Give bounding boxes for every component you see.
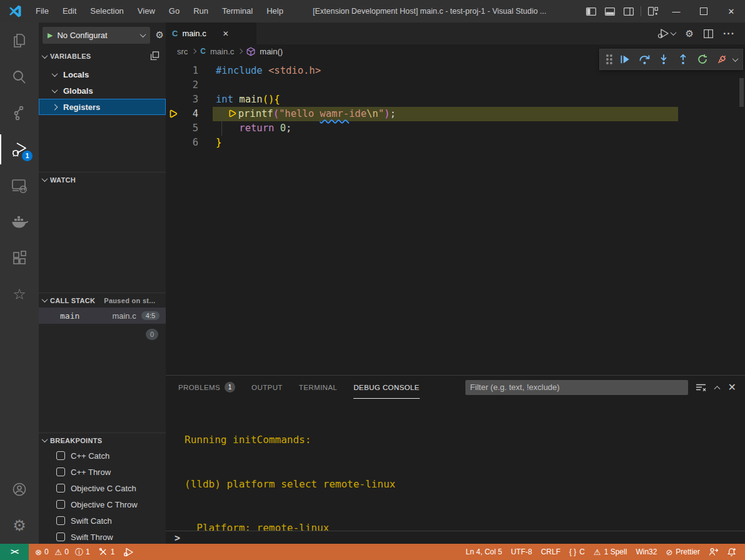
- maximize-button[interactable]: [690, 0, 717, 22]
- step-out-button[interactable]: [676, 52, 690, 66]
- activity-source-control[interactable]: [0, 95, 39, 131]
- configure-gear-icon[interactable]: ⚙: [156, 30, 164, 39]
- variables-scope-registers[interactable]: Registers: [39, 99, 166, 115]
- chevron-down-icon[interactable]: [732, 56, 739, 62]
- checkbox-unchecked[interactable]: [56, 500, 65, 509]
- menu-run[interactable]: Run: [186, 0, 215, 22]
- tools-count: 1: [111, 548, 115, 556]
- toggle-panel-icon[interactable]: [601, 0, 619, 22]
- platform-status[interactable]: Win32: [636, 548, 657, 556]
- breakpoint-objc-catch[interactable]: Objective C Catch: [39, 480, 166, 496]
- tab-close-icon[interactable]: ✕: [223, 29, 229, 38]
- tab-output[interactable]: OUTPUT: [251, 376, 283, 399]
- toggle-secondary-sidebar-icon[interactable]: [619, 0, 638, 22]
- debug-stackframe-gutter[interactable]: [166, 107, 183, 121]
- tab-problems[interactable]: PROBLEMS 1: [178, 376, 235, 399]
- cursor-position[interactable]: Ln 4, Col 5: [466, 548, 502, 556]
- toggle-sidebar-icon[interactable]: [582, 0, 601, 22]
- breakpoint-swift-throw[interactable]: Swift Throw: [39, 529, 166, 545]
- activity-remote-explorer[interactable]: [0, 168, 39, 204]
- activity-accounts[interactable]: [0, 471, 39, 508]
- split-editor-icon[interactable]: [704, 29, 713, 38]
- activity-search[interactable]: [0, 59, 39, 95]
- editor-settings-gear-icon[interactable]: ⚙: [686, 29, 694, 38]
- tab-debug-console[interactable]: DEBUG CONSOLE: [353, 376, 420, 399]
- menu-help[interactable]: Help: [260, 0, 290, 22]
- breakpoint-cpp-throw[interactable]: C++ Throw: [39, 464, 166, 480]
- activity-settings[interactable]: ⚙: [0, 508, 39, 544]
- callstack-section-header[interactable]: CALL STACK Paused on st...: [39, 292, 166, 308]
- breakpoint-gutter[interactable]: [166, 78, 183, 92]
- spell-checker-status[interactable]: ⚠ 1 Spell: [594, 548, 627, 556]
- breakpoint-objc-throw[interactable]: Objective C Throw: [39, 496, 166, 512]
- checkbox-unchecked[interactable]: [56, 451, 65, 460]
- breakpoint-label: C++ Throw: [71, 468, 111, 477]
- breakpoint-gutter[interactable]: [166, 64, 183, 78]
- maximize-panel-icon[interactable]: [714, 386, 720, 392]
- restart-button[interactable]: [696, 52, 709, 66]
- checkbox-unchecked[interactable]: [56, 532, 65, 541]
- breakpoint-gutter[interactable]: [166, 136, 183, 150]
- variables-scope-globals[interactable]: Globals: [39, 82, 166, 99]
- stack-frame-row[interactable]: main main.c 4:5: [39, 308, 166, 324]
- console-filter-input[interactable]: [465, 380, 688, 395]
- eol-status[interactable]: CRLF: [541, 548, 560, 556]
- menu-terminal[interactable]: Terminal: [215, 0, 260, 22]
- breakpoints-section-header[interactable]: BREAKPOINTS: [39, 432, 166, 448]
- console-input-row[interactable]: >: [166, 531, 745, 544]
- activity-docker[interactable]: [0, 204, 39, 240]
- minimize-button[interactable]: —: [662, 0, 690, 22]
- tab-main-c[interactable]: C main.c ✕: [166, 22, 256, 44]
- breadcrumb-file[interactable]: main.c: [210, 47, 234, 56]
- breakpoint-cpp-catch[interactable]: C++ Catch: [39, 448, 166, 464]
- toolbar-drag-handle[interactable]: [606, 58, 609, 61]
- checkbox-unchecked[interactable]: [56, 468, 65, 476]
- variables-section-header[interactable]: VARIABLES: [39, 49, 166, 64]
- checkbox-unchecked[interactable]: [56, 516, 65, 525]
- menu-edit[interactable]: Edit: [56, 0, 83, 22]
- breadcrumb-symbol[interactable]: main(): [260, 47, 283, 56]
- breakpoint-swift-catch[interactable]: Swift Catch: [39, 512, 166, 529]
- clear-console-icon[interactable]: [696, 383, 706, 392]
- menu-selection[interactable]: Selection: [83, 0, 130, 22]
- breakpoint-gutter[interactable]: [166, 121, 183, 136]
- tab-terminal[interactable]: TERMINAL: [299, 376, 337, 399]
- breadcrumb-folder[interactable]: src: [177, 47, 188, 56]
- debug-status[interactable]: [123, 548, 134, 557]
- customize-layout-icon[interactable]: [644, 0, 662, 22]
- copy-value-icon[interactable]: [150, 51, 160, 61]
- step-into-button[interactable]: [657, 52, 671, 66]
- continue-button[interactable]: [618, 52, 632, 66]
- launch-config-dropdown[interactable]: ▶ No Configurat: [43, 27, 150, 44]
- close-panel-icon[interactable]: ✕: [728, 381, 736, 393]
- language-mode[interactable]: { } C: [569, 548, 585, 556]
- activity-wamr[interactable]: ☆: [0, 276, 39, 312]
- disconnect-button[interactable]: [715, 52, 729, 66]
- remote-indicator[interactable]: ><: [0, 544, 29, 560]
- step-over-button[interactable]: [637, 52, 651, 66]
- tools-status[interactable]: 1: [99, 548, 115, 556]
- info-count: 1: [86, 548, 90, 556]
- editor-scrollbar[interactable]: [739, 78, 744, 107]
- breakpoint-gutter[interactable]: [166, 92, 183, 107]
- menu-view[interactable]: View: [131, 0, 162, 22]
- activity-explorer[interactable]: [0, 22, 39, 59]
- c-file-icon: C: [172, 29, 178, 38]
- formatter-status[interactable]: ⊘ Prettier: [666, 548, 700, 556]
- variables-scope-locals[interactable]: Locals: [39, 66, 166, 82]
- feedback-status[interactable]: [709, 548, 718, 556]
- notifications-status[interactable]: [727, 548, 736, 557]
- start-debug-icon[interactable]: ▶: [48, 31, 53, 39]
- checkbox-unchecked[interactable]: [56, 484, 65, 492]
- watch-section-header[interactable]: WATCH: [39, 172, 166, 187]
- activity-extensions[interactable]: [0, 240, 39, 276]
- problems-status[interactable]: ⊗ 0 ⚠ 0 ⓘ 1: [35, 548, 90, 556]
- activity-run-debug[interactable]: 1: [0, 131, 39, 168]
- menu-file[interactable]: File: [29, 0, 56, 22]
- encoding-status[interactable]: UTF-8: [511, 548, 532, 556]
- more-actions-icon[interactable]: ···: [723, 28, 735, 39]
- menu-go[interactable]: Go: [162, 0, 186, 22]
- close-window-button[interactable]: ✕: [717, 0, 745, 22]
- titlebar-separator: [641, 6, 641, 16]
- run-or-debug-button[interactable]: [657, 28, 676, 39]
